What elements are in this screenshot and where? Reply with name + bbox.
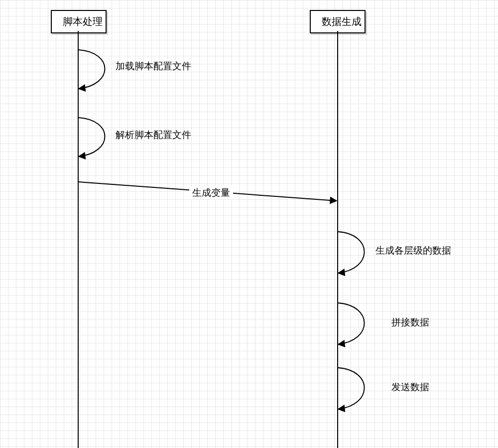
label-generate-layer-data: 生成各层级的数据 <box>375 244 451 257</box>
self-arc-concat-data <box>338 303 365 344</box>
label-send-data: 发送数据 <box>391 381 429 394</box>
label-generate-variable: 生成变量 <box>189 186 233 199</box>
self-arc-send-data <box>338 368 365 409</box>
sequence-diagram: 脚本处理 数据生成 加载脚本配置文件 解析脚本配置文件 生成变量 生成各层级的数… <box>0 0 498 448</box>
label-load-script: 加载脚本配置文件 <box>116 60 191 73</box>
self-arc-load-script <box>79 50 105 89</box>
self-arc-generate-layer-data <box>338 232 365 273</box>
label-parse-script: 解析脚本配置文件 <box>116 129 191 142</box>
self-arc-parse-script <box>79 118 105 156</box>
label-concat-data: 拼接数据 <box>391 316 429 329</box>
